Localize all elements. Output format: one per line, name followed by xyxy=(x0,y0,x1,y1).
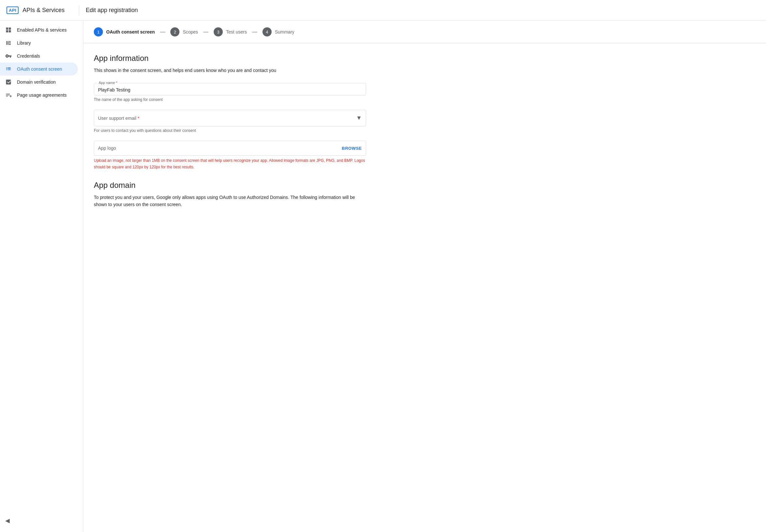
separator-3: — xyxy=(252,29,257,35)
service-name: APIs & Services xyxy=(22,7,64,14)
app-logo-container: App logo BROWSE xyxy=(94,141,366,156)
app-name-hint: The name of the app asking for consent xyxy=(94,97,366,102)
sidebar: Enabled APIs & services Library Credenti… xyxy=(0,21,83,532)
step-4: 4 Summary xyxy=(262,27,294,36)
top-bar-divider xyxy=(79,5,79,16)
api-badge: API xyxy=(7,7,19,14)
domain-icon xyxy=(5,79,12,85)
grid-icon xyxy=(5,27,12,33)
sidebar-label-library: Library xyxy=(17,40,73,46)
library-icon xyxy=(5,40,12,46)
app-domain-title: App domain xyxy=(94,181,366,190)
app-name-input[interactable] xyxy=(98,86,362,93)
main-content: App information This shows in the consen… xyxy=(83,43,376,228)
oauth-icon xyxy=(5,66,12,72)
dropdown-arrow-icon: ▼ xyxy=(356,115,362,121)
page-title: Edit app registration xyxy=(86,7,138,14)
app-information-title: App information xyxy=(94,54,366,63)
step-4-label: Summary xyxy=(275,29,294,35)
collapse-icon: ◀ xyxy=(5,517,10,524)
step-4-circle: 4 xyxy=(262,27,272,36)
app-domain-desc: To protect you and your users, Google on… xyxy=(94,194,366,208)
collapse-sidebar-button[interactable]: ◀ xyxy=(3,514,12,527)
step-3-circle: 3 xyxy=(214,27,223,36)
step-2-circle: 2 xyxy=(170,27,179,36)
app-information-desc: This shows in the consent screen, and he… xyxy=(94,67,366,74)
user-support-email-select[interactable]: User support email * ▼ xyxy=(94,110,366,126)
sidebar-label-enabled-apis: Enabled APIs & services xyxy=(17,27,73,33)
user-support-hint: For users to contact you with questions … xyxy=(94,128,366,133)
sidebar-item-enabled-apis[interactable]: Enabled APIs & services xyxy=(0,23,78,36)
app-logo-hint: Upload an image, not larger than 1MB on … xyxy=(94,158,366,170)
main-layout: Enabled APIs & services Library Credenti… xyxy=(0,21,766,532)
step-3-label: Test users xyxy=(226,29,247,35)
browse-button[interactable]: BROWSE xyxy=(342,146,362,151)
credentials-icon xyxy=(5,53,12,59)
user-support-email-field: User support email * ▼ For users to cont… xyxy=(94,110,366,133)
app-name-container: App name * xyxy=(94,83,366,95)
top-bar: API APIs & Services Edit app registratio… xyxy=(0,0,766,21)
page-usage-icon xyxy=(5,92,12,98)
sidebar-label-domain: Domain verification xyxy=(17,79,73,85)
step-1-label: OAuth consent screen xyxy=(106,29,155,35)
step-1: 1 OAuth consent screen xyxy=(94,27,155,36)
app-name-float-label: App name * xyxy=(97,81,119,85)
app-logo-field: App logo BROWSE Upload an image, not lar… xyxy=(94,141,366,170)
app-name-label-text: App name xyxy=(99,81,115,85)
sidebar-item-domain-verification[interactable]: Domain verification xyxy=(0,76,78,89)
sidebar-item-page-usage[interactable]: Page usage agreements xyxy=(0,89,78,102)
app-name-field: App name * The name of the app asking fo… xyxy=(94,83,366,102)
sidebar-label-credentials: Credentials xyxy=(17,53,73,59)
app-logo-label: App logo xyxy=(98,146,116,151)
content-area: 1 OAuth consent screen — 2 Scopes — 3 Te… xyxy=(83,21,766,532)
sidebar-label-page-usage: Page usage agreements xyxy=(17,92,73,98)
app-name-required: * xyxy=(116,81,117,85)
api-logo: API APIs & Services xyxy=(7,7,64,14)
step-2-label: Scopes xyxy=(183,29,198,35)
step-3: 3 Test users xyxy=(214,27,247,36)
stepper: 1 OAuth consent screen — 2 Scopes — 3 Te… xyxy=(83,21,766,43)
user-support-required: * xyxy=(137,116,139,121)
sidebar-label-oauth: OAuth consent screen xyxy=(17,66,73,72)
separator-2: — xyxy=(203,29,208,35)
separator-1: — xyxy=(160,29,165,35)
user-support-email-label: User support email * xyxy=(98,116,139,121)
step-1-circle: 1 xyxy=(94,27,103,36)
sidebar-item-credentials[interactable]: Credentials xyxy=(0,49,78,63)
sidebar-item-oauth-consent[interactable]: OAuth consent screen xyxy=(0,63,78,76)
sidebar-item-library[interactable]: Library xyxy=(0,36,78,49)
step-2: 2 Scopes xyxy=(170,27,198,36)
